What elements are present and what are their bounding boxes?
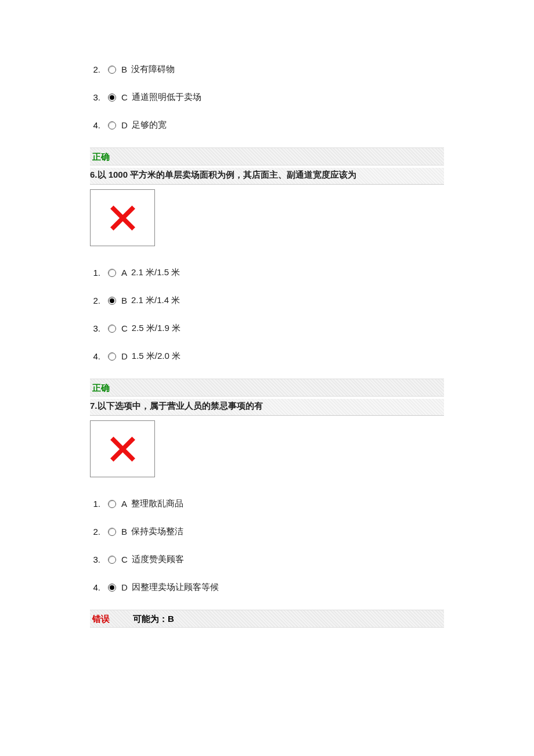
option-letter: B: [121, 64, 127, 74]
option-text: 2.5 米/1.9 米: [132, 323, 181, 334]
status-wrong-label: 错误: [92, 614, 110, 625]
status-correct-label: 正确: [92, 152, 110, 161]
image-placeholder: [90, 189, 155, 246]
option-number: 2.: [90, 527, 100, 537]
option-text: 整理散乱商品: [131, 498, 183, 509]
question-7-options: 1. A 整理散乱商品 2. B 保持卖场整洁 3. C 适度赞美顾客 4. D…: [90, 498, 444, 593]
radio-checked-icon[interactable]: [108, 297, 116, 305]
radio-unchecked-icon[interactable]: [108, 325, 116, 333]
option-row[interactable]: 2. B 2.1 米/1.4 米: [90, 295, 444, 306]
option-row[interactable]: 4. D 因整理卖场让顾客等候: [90, 582, 444, 593]
option-text: 因整理卖场让顾客等候: [132, 582, 219, 593]
option-text: 2.1 米/1.4 米: [131, 295, 180, 306]
hint-value: B: [168, 614, 174, 624]
status-hint: 可能为：B: [133, 614, 174, 625]
option-letter: B: [121, 296, 127, 305]
question-6-title: 6.以 1000 平方米的单层卖场面积为例，其店面主、副通道宽度应该为: [90, 168, 444, 185]
x-icon: [107, 433, 139, 465]
option-number: 3.: [90, 92, 100, 102]
option-row[interactable]: 1. A 整理散乱商品: [90, 498, 444, 509]
question-text: 以下选项中，属于营业人员的禁忌事项的有: [98, 401, 263, 411]
option-number: 2.: [90, 64, 100, 74]
radio-unchecked-icon[interactable]: [108, 269, 116, 277]
option-row[interactable]: 4. D 足够的宽: [90, 120, 444, 131]
option-row[interactable]: 3. C 通道照明低于卖场: [90, 92, 444, 103]
question-5-options: 2. B 没有障碍物 3. C 通道照明低于卖场 4. D 足够的宽: [90, 64, 444, 131]
option-number: 4.: [90, 351, 100, 361]
image-placeholder: [90, 420, 155, 477]
question-text: 以 1000 平方米的单层卖场面积为例，其店面主、副通道宽度应该为: [98, 170, 357, 179]
x-icon: [107, 202, 139, 234]
option-letter: B: [121, 527, 127, 537]
option-letter: D: [121, 582, 128, 592]
option-text: 2.1 米/1.5 米: [131, 267, 180, 278]
status-bar-correct: 正确: [90, 147, 444, 165]
radio-unchecked-icon[interactable]: [108, 500, 116, 508]
radio-unchecked-icon[interactable]: [108, 66, 116, 74]
option-text: 没有障碍物: [131, 64, 175, 75]
option-text: 足够的宽: [132, 120, 167, 131]
option-text: 1.5 米/2.0 米: [132, 351, 181, 362]
option-letter: A: [121, 268, 127, 278]
option-letter: A: [121, 499, 127, 509]
option-number: 3.: [90, 323, 100, 333]
option-number: 2.: [90, 296, 100, 305]
option-letter: C: [121, 323, 128, 333]
radio-unchecked-icon[interactable]: [108, 528, 116, 536]
option-row[interactable]: 4. D 1.5 米/2.0 米: [90, 351, 444, 362]
option-row[interactable]: 2. B 保持卖场整洁: [90, 526, 444, 537]
option-letter: D: [121, 351, 128, 361]
question-6-options: 1. A 2.1 米/1.5 米 2. B 2.1 米/1.4 米 3. C 2…: [90, 267, 444, 362]
radio-unchecked-icon[interactable]: [108, 352, 116, 361]
option-row[interactable]: 3. C 适度赞美顾客: [90, 554, 444, 565]
question-number: 7.: [90, 401, 98, 411]
status-bar-correct: 正确: [90, 379, 444, 397]
option-number: 3.: [90, 555, 100, 564]
status-bar-wrong: 错误 可能为：B: [90, 610, 444, 628]
radio-unchecked-icon[interactable]: [108, 556, 116, 564]
option-text: 保持卖场整洁: [131, 526, 183, 537]
option-row[interactable]: 1. A 2.1 米/1.5 米: [90, 267, 444, 278]
option-row[interactable]: 3. C 2.5 米/1.9 米: [90, 323, 444, 334]
option-text: 通道照明低于卖场: [132, 92, 201, 103]
question-number: 6.: [90, 170, 98, 179]
option-letter: D: [121, 120, 128, 130]
radio-checked-icon[interactable]: [108, 93, 116, 102]
option-row[interactable]: 2. B 没有障碍物: [90, 64, 444, 75]
option-number: 1.: [90, 499, 100, 509]
status-correct-label: 正确: [92, 383, 110, 393]
option-number: 1.: [90, 268, 100, 278]
option-number: 4.: [90, 120, 100, 130]
question-7-title: 7.以下选项中，属于营业人员的禁忌事项的有: [90, 399, 444, 416]
radio-unchecked-icon[interactable]: [108, 121, 116, 129]
option-letter: C: [121, 92, 128, 102]
option-number: 4.: [90, 582, 100, 592]
option-letter: C: [121, 555, 128, 564]
option-text: 适度赞美顾客: [132, 554, 184, 565]
radio-checked-icon[interactable]: [108, 584, 116, 592]
hint-label: 可能为：: [133, 614, 168, 624]
